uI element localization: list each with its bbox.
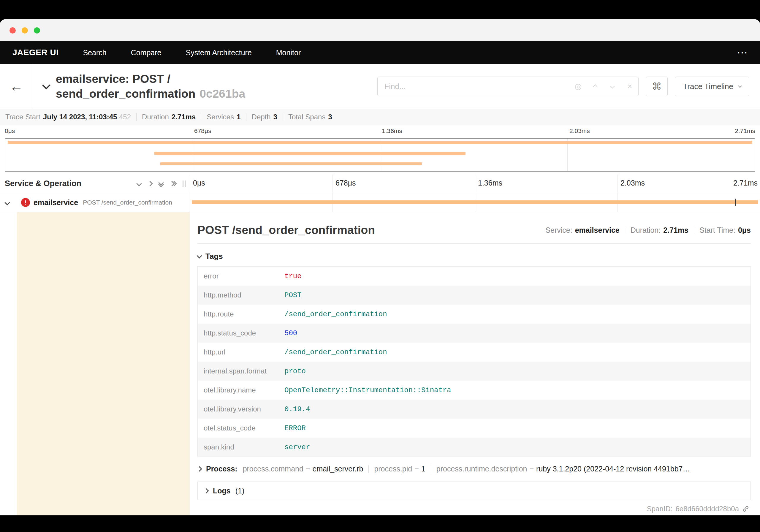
tag-key: error (198, 272, 284, 280)
span-track (190, 193, 760, 212)
span-id-value: 6e8d660dddd28b0a (675, 505, 739, 513)
find-input[interactable] (378, 82, 569, 91)
service-value: emailservice (575, 226, 620, 234)
copy-link-icon[interactable] (742, 505, 750, 513)
window-titlebar (0, 19, 760, 41)
chevron-down-icon (136, 181, 142, 186)
span-indent-guide (17, 212, 190, 532)
services-label: Services (207, 113, 234, 121)
close-button[interactable] (10, 27, 16, 33)
ruler-tick-label: 1.36ms (478, 179, 502, 187)
trace-title-line2: send_order_confirmation (56, 87, 195, 100)
depth-label: Depth (252, 113, 271, 121)
nav-item-system-architecture[interactable]: System Architecture (186, 48, 252, 57)
process-key: process.runtime.description (436, 464, 527, 473)
service-operation-header: Service & Operation (0, 174, 190, 193)
logs-toggle[interactable]: Logs (1) (197, 482, 751, 500)
tag-row: http.route /send_order_confirmation (198, 305, 750, 323)
equals-sign: = (414, 464, 419, 473)
tag-row: http.method POST (198, 286, 750, 305)
tag-value: true (284, 272, 307, 280)
find-area: ◎ × ⌘ Trace Timeline (377, 64, 760, 109)
tag-key: otel.library.name (198, 386, 284, 394)
ruler-tick-label: 0μs (193, 179, 205, 187)
tags-table: error true http.method POST http.route /… (197, 266, 751, 457)
span-detail: POST /send_order_confirmation Service: e… (190, 212, 760, 532)
tag-row: otel.library.version 0.19.4 (198, 400, 750, 418)
column-resizer[interactable] (183, 180, 186, 187)
minimize-button[interactable] (22, 27, 28, 33)
timeline-ruler: 0μs 678μs 1.36ms 2.03ms 2.71ms (190, 174, 760, 193)
trace-start-label: Trace Start (5, 113, 40, 121)
clear-search-button[interactable]: × (621, 77, 638, 96)
total-spans-value: 3 (328, 113, 332, 121)
logs-count: (1) (235, 487, 245, 495)
expand-all-icon[interactable] (170, 182, 176, 185)
minimap-canvas[interactable] (5, 138, 755, 171)
locate-icon[interactable]: ◎ (569, 77, 587, 96)
timeline-header: Service & Operation 0μs 678μs 1.36ms 2.0… (0, 174, 760, 193)
tag-key: internal.span.format (198, 367, 284, 375)
error-icon: ! (21, 198, 30, 207)
letterbox-top (0, 0, 760, 19)
chevron-up-icon (593, 84, 597, 88)
expand-one-icon[interactable] (148, 182, 152, 185)
process-key: process.pid (374, 464, 412, 473)
process-key: process.command (243, 464, 304, 473)
trace-collapse-chevron-down-icon[interactable] (42, 81, 50, 89)
span-id-row: SpanID: 6e8d660dddd28b0a (197, 505, 751, 513)
tag-key: http.status_code (198, 329, 284, 337)
minimap-tick-label: 0μs (5, 127, 15, 134)
app-brand[interactable]: JAEGER UI (13, 48, 59, 57)
minimap-span-bar (160, 163, 422, 165)
trace-title-line1: emailservice: POST / (56, 73, 170, 85)
view-selector[interactable]: Trace Timeline (675, 76, 749, 96)
trace-title: emailservice: POST / send_order_confirma… (56, 72, 245, 101)
span-detail-meta: Service: emailservice Duration: 2.71ms S… (546, 226, 751, 234)
span-row-label: ! emailservice POST /send_order_confirma… (0, 193, 190, 212)
tags-header: Tags (206, 252, 223, 261)
divider (283, 113, 283, 121)
zoom-button[interactable] (34, 27, 40, 33)
span-operation-name: POST /send_order_confirmation (83, 199, 172, 206)
trace-summary-bar: Trace Start July 14 2023, 11:03:45 .452 … (0, 109, 760, 125)
chevron-down-icon (738, 84, 742, 88)
duration-value: 2.71ms (663, 226, 689, 234)
tag-value: /send_order_confirmation (284, 348, 392, 356)
command-icon: ⌘ (652, 81, 661, 92)
tag-key: http.url (198, 348, 284, 356)
minimap-tick-label: 678μs (194, 127, 212, 134)
process-header: Process: (206, 464, 238, 473)
prev-result-button[interactable] (587, 77, 604, 96)
nav-item-compare[interactable]: Compare (131, 48, 162, 57)
process-toggle[interactable]: Process: process.command = email_server.… (197, 464, 751, 473)
tag-row: internal.span.format proto (198, 362, 750, 381)
process-value: email_server.rb (312, 464, 363, 473)
nav-item-monitor[interactable]: Monitor (276, 48, 301, 57)
collapse-one-icon[interactable] (137, 182, 141, 185)
span-bar[interactable] (192, 200, 758, 204)
duration-value: 2.71ms (171, 113, 196, 121)
equals-sign: = (306, 464, 310, 473)
divider (694, 226, 694, 234)
tag-key: otel.library.version (198, 405, 284, 413)
tag-row: otel.status_code ERROR (198, 418, 750, 438)
start-time-value: 0μs (738, 226, 751, 234)
span-row[interactable]: ! emailservice POST /send_order_confirma… (0, 193, 760, 212)
divider (431, 465, 431, 473)
depth-value: 3 (273, 113, 277, 121)
tags-toggle[interactable]: Tags (197, 252, 751, 261)
tag-key: http.route (198, 310, 284, 318)
app-window: JAEGER UI Search Compare System Architec… (0, 19, 760, 532)
duration-label: Duration (142, 113, 169, 121)
nav-item-search[interactable]: Search (83, 48, 106, 57)
span-expander[interactable] (0, 201, 13, 205)
tag-row: error true (198, 266, 750, 286)
letterbox-bottom (0, 515, 760, 532)
ruler-tick-label: 2.71ms (733, 179, 758, 187)
next-result-button[interactable] (604, 77, 621, 96)
collapse-all-icon[interactable] (159, 181, 163, 186)
services-value: 1 (237, 113, 240, 121)
keyboard-shortcuts-button[interactable]: ⌘ (646, 76, 668, 96)
back-button[interactable]: ← (0, 64, 33, 109)
